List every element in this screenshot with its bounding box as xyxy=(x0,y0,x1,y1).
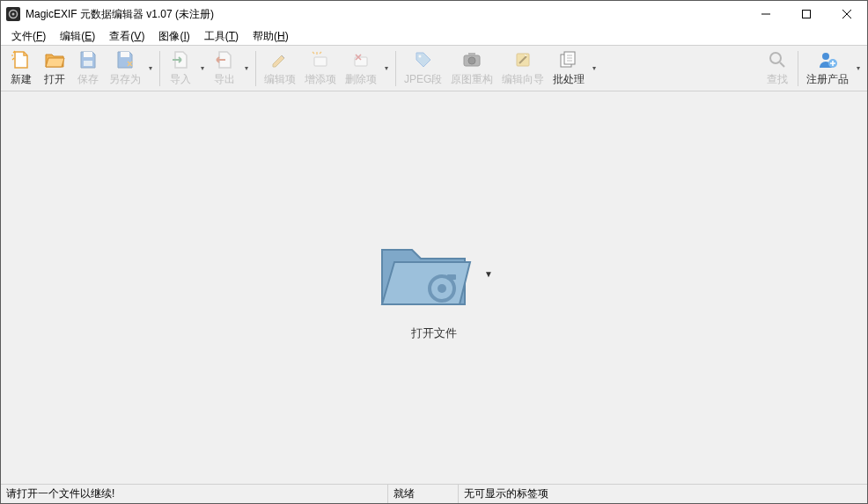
batch-icon xyxy=(558,49,579,70)
export-dropdown[interactable]: ▾ xyxy=(241,47,252,90)
saveas-button[interactable]: 另存为 xyxy=(105,47,145,90)
jpeg-button[interactable]: JPEG段 xyxy=(400,47,446,90)
minimize-button[interactable] xyxy=(746,1,786,27)
import-button[interactable]: 导入 xyxy=(164,47,197,90)
batch-button[interactable]: 批处理 xyxy=(548,47,589,90)
register-dropdown[interactable]: ▾ xyxy=(853,47,864,90)
wizard-button[interactable]: 编辑向导 xyxy=(497,47,548,90)
import-icon xyxy=(170,49,191,70)
saveas-icon xyxy=(114,49,136,70)
import-dropdown[interactable]: ▾ xyxy=(197,47,208,90)
delete-dropdown[interactable]: ▾ xyxy=(381,47,392,90)
saveas-dropdown[interactable]: ▾ xyxy=(145,47,156,90)
menu-help[interactable]: 帮助(H) xyxy=(246,27,296,46)
svg-point-12 xyxy=(418,55,421,58)
rebuild-button[interactable]: 原图重构 xyxy=(446,47,497,90)
titlebar: MagicEXIF 元数据编辑器 v1.07 (未注册) xyxy=(1,1,867,27)
menu-edit[interactable]: 编辑(E) xyxy=(53,27,102,46)
workarea: ▼ 打开文件 xyxy=(1,91,867,484)
window-controls xyxy=(746,1,867,27)
open-button[interactable]: 打开 xyxy=(38,47,71,90)
save-button[interactable]: 保存 xyxy=(71,47,105,90)
menubar: 文件(F) 编辑(E) 查看(V) 图像(I) 工具(T) 帮助(H) xyxy=(1,27,867,46)
svg-point-14 xyxy=(468,57,475,64)
add-icon xyxy=(310,49,331,70)
open-file-dropzone[interactable]: ▼ xyxy=(375,234,493,313)
delete-icon xyxy=(350,49,371,70)
svg-point-20 xyxy=(822,53,829,60)
find-button[interactable]: 查找 xyxy=(761,47,794,90)
svg-rect-7 xyxy=(84,52,92,57)
menu-image[interactable]: 图像(I) xyxy=(151,27,196,46)
menu-file[interactable]: 文件(F) xyxy=(4,27,53,46)
close-button[interactable] xyxy=(827,1,867,27)
pencil-icon xyxy=(269,49,291,70)
new-icon xyxy=(11,49,32,70)
open-file-label: 打开文件 xyxy=(411,325,457,341)
svg-point-23 xyxy=(438,284,446,293)
camera-icon xyxy=(461,49,482,70)
status-center: 就绪 xyxy=(388,485,459,503)
svg-point-2 xyxy=(12,13,15,16)
status-right: 无可显示的标签项 xyxy=(459,485,867,503)
window-title: MagicEXIF 元数据编辑器 v1.07 (未注册) xyxy=(26,7,746,22)
batch-dropdown[interactable]: ▾ xyxy=(589,47,600,90)
search-icon xyxy=(767,49,788,70)
svg-point-19 xyxy=(770,53,781,63)
new-button[interactable]: 新建 xyxy=(4,47,38,90)
add-item-button[interactable]: 增添项 xyxy=(300,47,341,90)
svg-rect-8 xyxy=(84,61,92,66)
export-button[interactable]: 导出 xyxy=(208,47,241,90)
app-icon xyxy=(6,7,20,21)
wand-icon xyxy=(512,49,533,70)
delete-item-button[interactable]: 删除项 xyxy=(341,47,381,90)
tag-icon xyxy=(413,49,434,70)
register-button[interactable]: 注册产品 xyxy=(802,47,853,90)
svg-rect-24 xyxy=(447,274,456,280)
svg-rect-4 xyxy=(803,11,811,18)
svg-rect-15 xyxy=(468,53,475,55)
menu-tools[interactable]: 工具(T) xyxy=(197,27,246,46)
svg-rect-10 xyxy=(314,57,327,66)
save-icon xyxy=(77,49,99,70)
status-left: 请打开一个文件以继续! xyxy=(1,485,388,503)
statusbar: 请打开一个文件以继续! 就绪 无可显示的标签项 xyxy=(1,484,867,503)
menu-view[interactable]: 查看(V) xyxy=(102,27,151,46)
chevron-down-icon[interactable]: ▼ xyxy=(484,269,493,279)
svg-rect-9 xyxy=(121,52,129,57)
export-icon xyxy=(214,49,235,70)
folder-large-icon xyxy=(375,234,472,313)
user-plus-icon xyxy=(817,49,838,70)
open-folder-icon xyxy=(44,49,65,70)
toolbar: 新建 打开 保存 另存为 ▾ 导入 ▾ xyxy=(1,46,867,91)
edit-item-button[interactable]: 编辑项 xyxy=(260,47,300,90)
maximize-button[interactable] xyxy=(786,1,827,27)
